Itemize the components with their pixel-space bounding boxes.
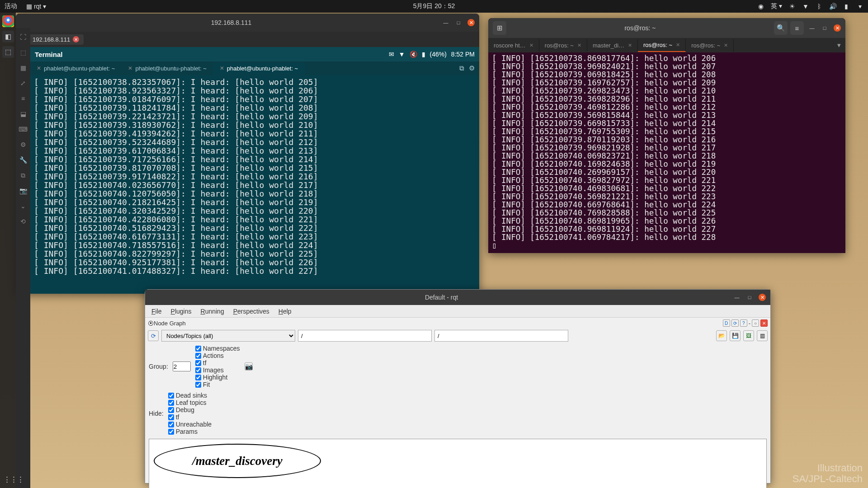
menu-running[interactable]: Running <box>197 306 228 316</box>
disconnect-icon[interactable]: ⟲ <box>19 217 28 226</box>
gterm-output[interactable]: [ INFO] [1652100738.869817764]: hello wo… <box>488 52 845 253</box>
close-icon[interactable]: ✕ <box>37 65 41 71</box>
grab-icon[interactable]: ▦ <box>19 63 28 72</box>
view-icon[interactable]: ▥ <box>757 330 768 341</box>
phone-tab-2[interactable]: ✕phablet@ubuntu-phablet: ~ <box>213 63 305 74</box>
node-master-discovery[interactable]: /master_discovery <box>154 444 321 478</box>
copy-icon[interactable]: ⧉ <box>19 171 28 180</box>
reload-button[interactable]: ⟳ <box>731 319 739 327</box>
maximize-button[interactable]: □ <box>455 19 462 26</box>
menu-icon[interactable]: ≡ <box>790 21 804 35</box>
phone-tab-1[interactable]: ✕phablet@ubuntu-phablet: ~ <box>122 63 213 74</box>
check-actions[interactable]: Actions <box>195 352 240 359</box>
screenshot-icon[interactable]: ⬓ <box>19 109 28 118</box>
close-icon[interactable]: ✕ <box>128 65 132 71</box>
menu-file[interactable]: File <box>148 306 165 316</box>
menu-plugins[interactable]: Plugins <box>167 306 195 316</box>
a11y-icon[interactable]: ◉ <box>757 3 764 10</box>
check-debug[interactable]: Debug <box>168 406 212 413</box>
filter-input-1[interactable] <box>298 330 432 342</box>
rqt-graph-canvas[interactable]: /master_discovery /talker /chatter /list… <box>149 439 767 488</box>
copy-icon[interactable]: ⧉ <box>459 64 464 72</box>
vnc-viewport[interactable]: Terminal ✉ ▼ 🔇 ▮ (46%) 8:52 PM ✕phablet@… <box>30 47 479 294</box>
gterm-tab-3[interactable]: ros@ros: ~✕ <box>638 39 686 52</box>
close-icon[interactable]: ✕ <box>529 42 533 48</box>
check-fit[interactable]: Fit <box>195 381 240 388</box>
minimize-button[interactable]: — <box>808 24 816 32</box>
close-icon[interactable]: ✕ <box>724 42 728 48</box>
tab-close-icon[interactable]: ✕ <box>73 36 79 42</box>
power-menu-icon[interactable]: ▾ <box>856 3 863 10</box>
minimize-button[interactable]: — <box>733 294 741 301</box>
check-images[interactable]: Images <box>195 366 240 374</box>
wifi-icon[interactable]: ▼ <box>802 3 809 10</box>
phone-terminal-output[interactable]: [ INFO] [1652100738.823357067]: I heard:… <box>30 75 479 278</box>
gterm-tab-0[interactable]: roscore ht…✕ <box>488 39 539 52</box>
open-icon[interactable]: 📂 <box>716 330 727 341</box>
close-icon[interactable]: ✕ <box>628 42 632 48</box>
bluetooth-icon[interactable]: ᛒ <box>816 3 823 10</box>
close-button[interactable]: ✕ <box>759 294 766 301</box>
maximize-button[interactable]: □ <box>821 24 828 32</box>
group-depth-input[interactable] <box>173 361 191 371</box>
battery-icon[interactable]: ▮ <box>843 3 850 10</box>
activities-button[interactable]: 活动 <box>5 2 17 10</box>
check-dead-sinks[interactable]: Dead sinks <box>168 392 212 399</box>
check-leaf-topics[interactable]: Leaf topics <box>168 399 212 406</box>
gterm-titlebar[interactable]: ⊞ ros@ros: ~ 🔍 ≡ — □ ✕ <box>488 18 845 38</box>
new-tab-button[interactable]: ⊞ <box>493 21 506 35</box>
phone-tab-0[interactable]: ✕phablet@ubuntu-phablet: ~ <box>30 63 122 74</box>
dock-app-2[interactable]: ◧ <box>2 31 14 42</box>
brightness-icon[interactable]: ☀ <box>788 3 796 10</box>
dock-button[interactable]: D <box>723 319 730 327</box>
settings-button[interactable]: ○ <box>752 319 759 327</box>
export-icon[interactable]: 🖼 <box>743 330 754 341</box>
close-icon[interactable]: ✕ <box>577 42 581 48</box>
check-tf[interactable]: tf <box>168 413 212 421</box>
check-tf[interactable]: tf <box>195 359 240 366</box>
gterm-tab-4[interactable]: ros@ros: ~✕ <box>686 39 734 52</box>
scale-icon[interactable]: ⤢ <box>19 79 28 88</box>
rqt-titlebar[interactable]: Default - rqt — □ ✕ <box>145 290 770 305</box>
maximize-button[interactable]: □ <box>746 294 753 301</box>
check-highlight[interactable]: Highlight <box>195 374 240 381</box>
fit-icon[interactable]: ⬚ <box>19 48 28 57</box>
menu-perspectives[interactable]: Perspectives <box>230 306 273 316</box>
close-icon[interactable]: ✕ <box>220 65 224 71</box>
close-icon[interactable]: ✕ <box>676 42 680 48</box>
menu-help[interactable]: Help <box>275 306 295 316</box>
app-menu[interactable]: ▦ rqt ▾ <box>26 3 46 10</box>
dock-chrome[interactable] <box>2 15 14 27</box>
check-namespaces[interactable]: Namespaces <box>195 345 240 352</box>
chevron-down-icon[interactable]: ⌄ <box>19 202 28 211</box>
ime-indicator[interactable]: 英 ▾ <box>771 2 782 10</box>
tools-icon[interactable]: ≡ <box>19 94 28 103</box>
tabs-dropdown[interactable]: ▾ <box>833 41 845 49</box>
graph-type-select[interactable]: Nodes/Topics (all) <box>161 330 295 342</box>
settings-icon[interactable]: ⚙ <box>19 140 28 149</box>
filter-input-2[interactable] <box>434 330 568 342</box>
check-unreachable[interactable]: Unreachable <box>168 421 212 428</box>
camera-icon[interactable]: 📷 <box>19 186 28 195</box>
search-icon[interactable]: 🔍 <box>774 21 788 35</box>
clock[interactable]: 5月9日 20：52 <box>413 2 455 10</box>
check-params[interactable]: Params <box>168 428 212 435</box>
keyboard-icon[interactable]: ⌨ <box>19 125 28 134</box>
close-button[interactable]: ✕ <box>467 19 475 26</box>
gterm-tab-2[interactable]: master_di…✕ <box>587 39 638 52</box>
mail-icon[interactable]: ✉ <box>389 51 394 58</box>
gear-icon[interactable]: ⚙ <box>469 64 475 72</box>
remmina-titlebar[interactable]: 192.168.8.111 — □ ✕ <box>16 14 479 32</box>
save-icon[interactable]: 💾 <box>730 330 741 341</box>
show-apps-button[interactable]: ⋮⋮⋮ <box>4 475 13 484</box>
close-button[interactable]: ✕ <box>834 24 841 32</box>
dock-app-3[interactable]: ⬚ <box>2 46 14 58</box>
snapshot-button[interactable]: 📷 <box>245 362 253 371</box>
fullscreen-icon[interactable]: ⛶ <box>19 33 28 42</box>
gterm-tab-1[interactable]: ros@ros: ~✕ <box>539 39 587 52</box>
mute-icon[interactable]: 🔇 <box>410 51 417 58</box>
wifi-icon[interactable]: ▼ <box>399 51 405 58</box>
help-button[interactable]: ? <box>740 319 747 327</box>
wrench-icon[interactable]: 🔧 <box>19 155 28 164</box>
minimize-button[interactable]: — <box>442 19 449 26</box>
